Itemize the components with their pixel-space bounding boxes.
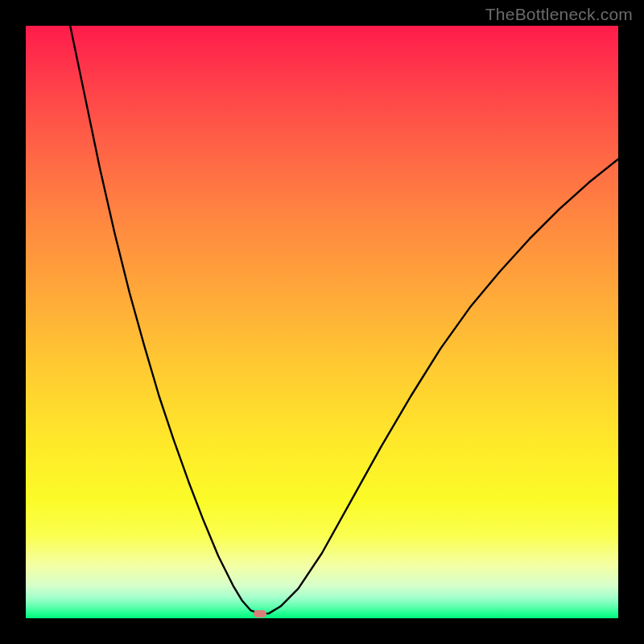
chart-frame: TheBottleneck.com (0, 0, 644, 644)
optimum-marker (254, 610, 266, 617)
curve-path (70, 26, 618, 613)
watermark-text: TheBottleneck.com (485, 5, 633, 24)
bottleneck-curve (26, 26, 618, 618)
plot-area (26, 26, 618, 618)
